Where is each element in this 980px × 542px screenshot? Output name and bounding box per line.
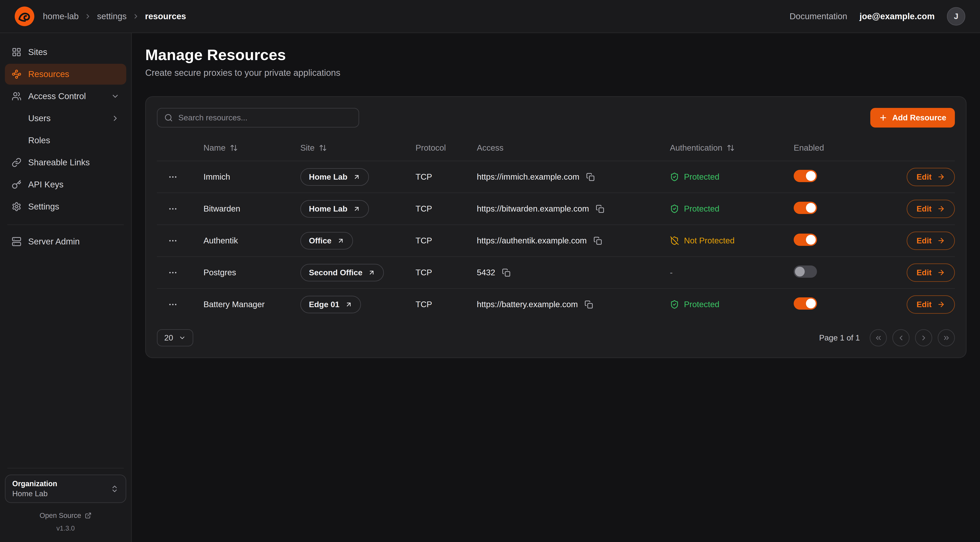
shield-check-icon	[670, 300, 679, 309]
edit-button[interactable]: Edit	[907, 263, 955, 282]
page-title: Manage Resources	[145, 46, 967, 64]
sidebar-item-server-admin[interactable]: Server Admin	[5, 231, 126, 252]
table-row: Postgres Second Office TCP 5432 - Edit	[157, 256, 955, 288]
toggle-knob	[806, 235, 816, 245]
sidebar-divider	[7, 468, 124, 469]
site-link-button[interactable]: Home Lab	[300, 168, 369, 186]
sort-icon[interactable]	[319, 144, 327, 152]
sidebar-item-label: Access Control	[28, 91, 86, 101]
row-menu-button[interactable]	[165, 233, 180, 248]
auth-status: -	[670, 268, 794, 277]
row-menu-button[interactable]	[165, 170, 180, 184]
header-protocol-label: Protocol	[415, 143, 446, 153]
first-page-button[interactable]	[870, 329, 887, 346]
edit-button[interactable]: Edit	[907, 168, 955, 186]
edit-button[interactable]: Edit	[907, 231, 955, 250]
site-link-button[interactable]: Home Lab	[300, 200, 369, 218]
ellipsis-icon	[168, 268, 178, 277]
arrow-right-icon	[937, 300, 945, 308]
sidebar-item-settings[interactable]: Settings	[5, 196, 126, 217]
edit-button[interactable]: Edit	[907, 295, 955, 314]
app-logo-icon[interactable]	[15, 6, 34, 26]
avatar[interactable]: J	[947, 7, 965, 26]
row-menu-button[interactable]	[165, 265, 180, 280]
copy-icon	[584, 300, 593, 309]
sidebar-item-users[interactable]: Users	[5, 108, 126, 129]
resource-protocol: TCP	[415, 236, 477, 245]
arrow-up-right-icon	[345, 301, 352, 308]
site-link-button[interactable]: Second Office	[300, 264, 384, 281]
last-page-button[interactable]	[938, 329, 955, 346]
header-enabled: Enabled	[794, 143, 873, 153]
access-link[interactable]: https://battery.example.com	[477, 300, 578, 309]
next-page-button[interactable]	[915, 329, 932, 346]
sort-icon[interactable]	[727, 144, 735, 152]
shield-check-icon	[670, 204, 679, 214]
documentation-link[interactable]: Documentation	[790, 11, 847, 21]
edit-label: Edit	[916, 172, 932, 182]
sidebar-item-roles[interactable]: Roles	[5, 130, 126, 151]
sidebar-item-sites[interactable]: Sites	[5, 42, 126, 62]
table-header-row: Name Site Protocol Access Authenticati	[157, 135, 955, 161]
server-icon	[12, 237, 21, 247]
access-link[interactable]: https://authentik.example.com	[477, 236, 587, 245]
copy-icon	[586, 173, 595, 181]
site-name: Second Office	[309, 268, 363, 277]
ellipsis-icon	[168, 236, 178, 245]
external-link-icon	[85, 512, 92, 519]
toggle-knob	[806, 298, 816, 308]
row-menu-button[interactable]	[165, 201, 180, 216]
table-row: Authentik Office TCP https://authentik.e…	[157, 225, 955, 256]
edit-label: Edit	[916, 236, 932, 245]
arrow-right-icon	[937, 205, 945, 213]
row-menu-cell	[157, 170, 204, 184]
enabled-toggle[interactable]	[794, 297, 817, 309]
auth-status-label: Protected	[684, 204, 719, 214]
table-row: Battery Manager Edge 01 TCP https://batt…	[157, 288, 955, 320]
enabled-toggle[interactable]	[794, 266, 817, 278]
resource-name: Postgres	[204, 268, 300, 277]
copy-button[interactable]	[592, 235, 603, 246]
breadcrumb-settings[interactable]: settings	[97, 11, 127, 21]
enabled-toggle[interactable]	[794, 170, 817, 182]
sort-icon[interactable]	[230, 144, 238, 152]
copy-button[interactable]	[585, 172, 596, 182]
copy-button[interactable]	[501, 267, 512, 278]
row-menu-button[interactable]	[165, 297, 180, 312]
previous-page-button[interactable]	[892, 329, 910, 346]
page-size-select[interactable]: 20	[157, 329, 193, 346]
organization-texts: Organization Home Lab	[12, 480, 57, 498]
sidebar-item-access-control[interactable]: Access Control	[5, 86, 126, 107]
organization-selector[interactable]: Organization Home Lab	[5, 475, 126, 503]
access-link[interactable]: https://bitwarden.example.com	[477, 204, 589, 214]
sidebar-item-label: Settings	[28, 202, 59, 212]
auth-status: Protected	[670, 172, 794, 182]
enabled-toggle[interactable]	[794, 202, 817, 214]
access-link[interactable]: https://immich.example.com	[477, 172, 579, 182]
site-name: Office	[309, 236, 332, 245]
chevron-left-icon	[897, 334, 905, 342]
breadcrumb-resources[interactable]: resources	[145, 11, 186, 21]
breadcrumb-home-lab[interactable]: home-lab	[43, 11, 79, 21]
site-link-button[interactable]: Edge 01	[300, 296, 361, 313]
sidebar-item-resources[interactable]: Resources	[5, 64, 126, 84]
search-input[interactable]	[178, 113, 352, 122]
add-resource-button[interactable]: Add Resource	[870, 108, 955, 128]
enabled-toggle[interactable]	[794, 234, 817, 246]
chevron-right-icon	[132, 13, 140, 20]
arrow-right-icon	[937, 237, 945, 245]
sidebar-item-api-keys[interactable]: API Keys	[5, 174, 126, 195]
sidebar-item-shareable-links[interactable]: Shareable Links	[5, 152, 126, 173]
sidebar-divider	[7, 225, 124, 225]
access-link[interactable]: 5432	[477, 268, 495, 277]
edit-button[interactable]: Edit	[907, 200, 955, 218]
copy-button[interactable]	[595, 203, 606, 214]
sidebar-spacer	[5, 253, 126, 462]
site-name: Edge 01	[309, 300, 339, 309]
site-link-button[interactable]: Office	[300, 232, 353, 250]
open-source-link[interactable]: Open Source	[5, 512, 126, 520]
plus-icon	[879, 113, 888, 122]
auth-status-label: Protected	[684, 172, 719, 182]
copy-button[interactable]	[583, 299, 594, 310]
auth-status-label: Protected	[684, 300, 719, 309]
